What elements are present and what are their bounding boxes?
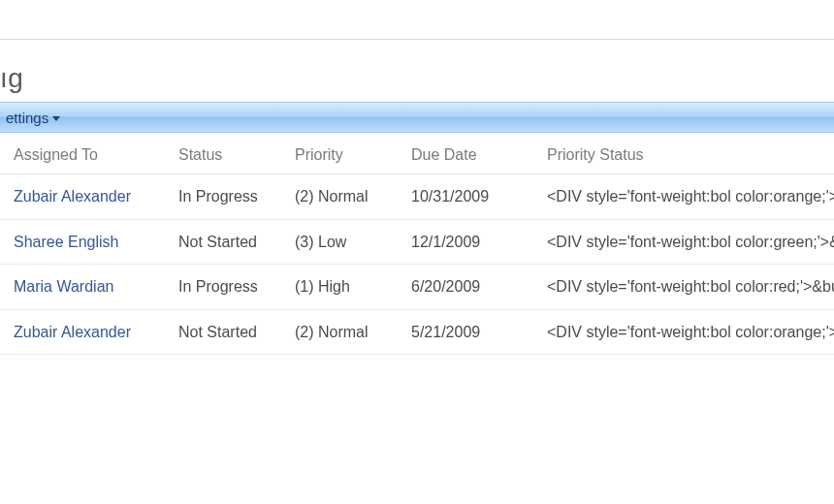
- chevron-down-icon: [52, 116, 60, 121]
- priority-cell: (1) High: [281, 265, 398, 310]
- assigned-to-link[interactable]: Zubair Alexander: [14, 324, 131, 340]
- priority-cell: (3) Low: [281, 219, 398, 265]
- col-header-due-date[interactable]: Due Date: [398, 133, 533, 174]
- priority-status-cell: <DIV style='font-weight:bol color:orange…: [533, 174, 834, 220]
- table-row: Zubair Alexander In Progress (2) Normal …: [0, 174, 834, 220]
- table-row: Maria Wardian In Progress (1) High 6/20/…: [0, 265, 834, 310]
- table-row: Zubair Alexander Not Started (2) Normal …: [0, 309, 834, 355]
- status-cell: Not Started: [165, 309, 281, 355]
- status-cell: In Progress: [165, 174, 281, 220]
- priority-status-cell: <DIV style='font-weight:bol color:orange…: [533, 309, 834, 355]
- priority-cell: (2) Normal: [281, 309, 398, 355]
- status-cell: In Progress: [165, 265, 281, 310]
- status-cell: Not Started: [165, 219, 281, 265]
- settings-menu-label: ettings: [6, 110, 48, 126]
- table-header-row: Assigned To Status Priority Due Date Pri…: [0, 133, 834, 174]
- priority-status-cell: <DIV style='font-weight:bol color:red;'>…: [533, 265, 834, 310]
- col-header-assigned-to[interactable]: Assigned To: [0, 133, 165, 174]
- assigned-to-link[interactable]: Sharee English: [14, 234, 119, 250]
- due-date-cell: 10/31/2009: [398, 174, 533, 220]
- settings-menu[interactable]: ettings: [0, 106, 66, 130]
- assigned-to-link[interactable]: Zubair Alexander: [14, 188, 131, 205]
- priority-cell: (2) Normal: [281, 174, 398, 220]
- page-title: ıg: [0, 63, 834, 94]
- col-header-priority[interactable]: Priority: [281, 133, 398, 174]
- title-region: ıg: [0, 39, 834, 94]
- due-date-cell: 5/21/2009: [398, 309, 533, 355]
- due-date-cell: 6/20/2009: [398, 265, 533, 310]
- table-row: Sharee English Not Started (3) Low 12/1/…: [0, 219, 834, 265]
- task-table: Assigned To Status Priority Due Date Pri…: [0, 133, 834, 355]
- col-header-priority-status[interactable]: Priority Status: [533, 133, 834, 174]
- page: ıg ettings Assigned To Status Priority D…: [0, 39, 834, 504]
- toolbar: ettings: [0, 102, 834, 133]
- priority-status-cell: <DIV style='font-weight:bol color:green;…: [533, 219, 834, 265]
- col-header-status[interactable]: Status: [165, 133, 281, 174]
- assigned-to-link[interactable]: Maria Wardian: [14, 278, 113, 295]
- due-date-cell: 12/1/2009: [398, 219, 533, 265]
